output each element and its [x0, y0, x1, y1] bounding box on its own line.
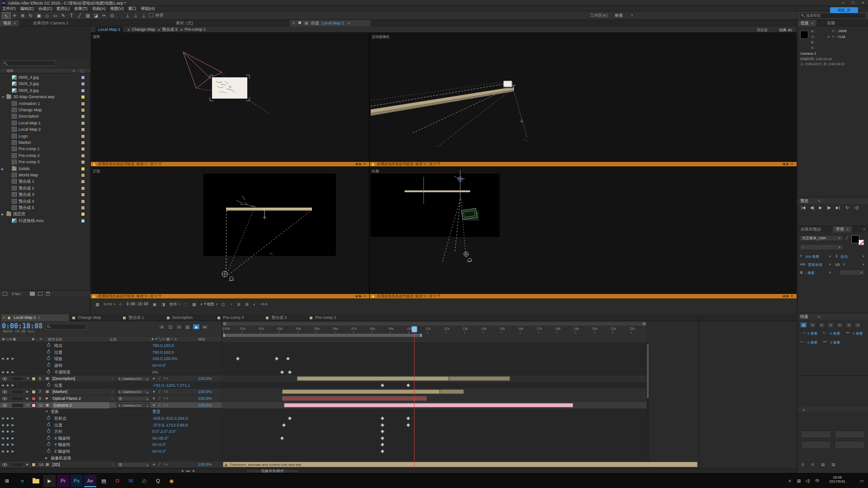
- view-front[interactable]: 正面: [91, 166, 369, 294]
- workspace-dropdown-icon[interactable]: ▼: [631, 14, 633, 17]
- reset-link[interactable]: 重置: [152, 408, 160, 415]
- menu-item[interactable]: 合成(C): [38, 6, 52, 11]
- indent-value[interactable]: 0 像素: [807, 331, 818, 336]
- comp-flowchart-icon[interactable]: ⊞: [245, 299, 249, 309]
- keyframe-diamond[interactable]: [275, 357, 278, 360]
- shy-icon[interactable]: ○: [111, 389, 113, 395]
- keyframe-navigator[interactable]: ◀ ◆ ▶: [1, 435, 15, 441]
- property-row[interactable]: ◀ ◆ ▶位置-373.9,-1713.3,99.8: [0, 422, 646, 429]
- overlay-badge[interactable]: 捕捉_传: [830, 7, 858, 13]
- project-item[interactable]: Marker: [0, 139, 90, 146]
- eye-icon[interactable]: [2, 390, 7, 393]
- axis-mode-button[interactable]: ⊥: [131, 12, 140, 19]
- menu-item[interactable]: 文件(F): [2, 6, 16, 11]
- property-value[interactable]: 100.0,100.0%: [152, 355, 178, 362]
- font-family-select[interactable]: 方正黑体_GBK▼: [800, 235, 843, 241]
- clone-stamp-tool[interactable]: ▨: [83, 12, 92, 19]
- align-button-3[interactable]: ≡: [827, 322, 834, 328]
- shy-icon[interactable]: ○: [111, 461, 113, 468]
- row-graph-area[interactable]: [222, 408, 646, 415]
- new-folder-icon[interactable]: [30, 292, 35, 296]
- column-name[interactable]: 名称: [6, 68, 14, 73]
- timeline-toggle-4[interactable]: ◉: [193, 324, 200, 330]
- tab-effects-presets[interactable]: 效果和预设: [797, 226, 824, 232]
- row-graph-area[interactable]: [222, 448, 646, 455]
- label-color-swatch[interactable]: [32, 397, 36, 401]
- project-search-input[interactable]: [2, 61, 56, 66]
- pen-tool[interactable]: ✎: [59, 12, 68, 19]
- property-row[interactable]: 锚点760.0,163.0: [0, 342, 646, 349]
- taskbar-photoshop[interactable]: Ps: [71, 475, 83, 487]
- exposure-value[interactable]: +0.0: [260, 299, 267, 309]
- align-button-5[interactable]: ≡: [845, 322, 852, 328]
- pan-behind-tool[interactable]: ◇: [42, 12, 52, 19]
- stopwatch-icon[interactable]: [47, 364, 50, 367]
- stopwatch-icon[interactable]: [47, 417, 50, 420]
- font-style-select[interactable]: -▼: [800, 244, 843, 250]
- timeline-tab[interactable]: Description: [164, 314, 214, 321]
- row-graph-area[interactable]: [222, 415, 646, 422]
- taskbar-media-player[interactable]: ▶: [43, 475, 56, 487]
- keyframe-diamond[interactable]: [288, 417, 291, 420]
- indent-value[interactable]: 0 像素: [830, 340, 840, 345]
- panel-menu-icon[interactable]: ≡: [818, 313, 820, 320]
- property-name[interactable]: 位置: [54, 422, 62, 429]
- maximize-button[interactable]: □: [848, 0, 858, 5]
- leading-value[interactable]: 自动: [840, 254, 848, 259]
- magnification-select[interactable]: 3.1%: [104, 299, 112, 309]
- toggle-switches-modes-button[interactable]: 切换开关/模式: [246, 469, 299, 473]
- stopwatch-icon[interactable]: [47, 436, 50, 440]
- layer-switches[interactable]: ♣ ╱ fx: [153, 461, 169, 468]
- row-graph-area[interactable]: [222, 355, 646, 362]
- fast-preview-icon[interactable]: ◔: [230, 299, 232, 309]
- dropdown-icon[interactable]: ▼: [862, 263, 865, 266]
- label-color-swatch[interactable]: [81, 167, 85, 171]
- panel-menu-icon[interactable]: ≡: [347, 21, 349, 25]
- row-graph-area[interactable]: [222, 369, 646, 376]
- keyframe-navigator[interactable]: ◀ ◆ ▶: [1, 382, 15, 389]
- stroke-style-select[interactable]: ▼: [840, 270, 865, 275]
- tracker-button[interactable]: [801, 441, 831, 449]
- dropdown-icon[interactable]: ▼: [829, 263, 831, 266]
- close-tab-icon[interactable]: ×: [3, 314, 5, 321]
- indent-field[interactable]: ⇥≡0 像素: [845, 331, 867, 337]
- reset-exposure-icon[interactable]: ◐: [253, 299, 255, 309]
- keyframe-diamond[interactable]: [380, 443, 384, 446]
- keyframe-diamond[interactable]: [288, 370, 291, 374]
- project-item[interactable]: Pre-comp 1: [0, 146, 90, 152]
- shy-icon[interactable]: ○: [111, 402, 113, 409]
- layer-duration-bar[interactable]: [440, 389, 464, 394]
- property-name[interactable]: 方向: [54, 428, 62, 435]
- taskbar-chrome[interactable]: ◉: [165, 475, 178, 487]
- stretch-value[interactable]: 100.0%: [198, 389, 212, 395]
- property-name[interactable]: 位置: [54, 382, 62, 389]
- tab-project[interactable]: 项目≡: [0, 20, 19, 26]
- audio-lock-cells[interactable]: [12, 397, 24, 401]
- align-checkbox[interactable]: [149, 13, 153, 17]
- tab-character[interactable]: 字符≡: [833, 226, 852, 232]
- audio-lock-cells[interactable]: [12, 377, 24, 381]
- project-item[interactable]: Pre-comp 3: [0, 159, 90, 165]
- banner-nav-icons[interactable]: ◀▶✕: [355, 294, 368, 298]
- timeline-tab[interactable]: Change Map: [70, 314, 119, 321]
- loop-icon[interactable]: ↻: [846, 205, 849, 210]
- keyframe-diamond[interactable]: [236, 357, 240, 360]
- label-color-swatch[interactable]: [81, 212, 85, 216]
- label-color-swatch[interactable]: [81, 89, 85, 93]
- stopwatch-icon[interactable]: [47, 351, 50, 354]
- tracker-button[interactable]: [801, 431, 831, 438]
- project-item[interactable]: 0505_6.jpg: [0, 87, 90, 94]
- property-name[interactable]: 缩放: [54, 355, 62, 362]
- menu-item[interactable]: 帮助(H): [141, 6, 155, 11]
- label-color-swatch[interactable]: [81, 193, 85, 197]
- project-item[interactable]: 0505_5.jpg: [0, 81, 90, 87]
- mask-visibility-icon[interactable]: ⊹: [119, 299, 123, 309]
- menu-item[interactable]: 编辑(E): [20, 6, 34, 11]
- prev-frame-button[interactable]: ◀|: [810, 205, 814, 210]
- keyframe-navigator[interactable]: ◀ ◆ ▶: [1, 441, 15, 448]
- timeline-zoom-slider[interactable]: ▲▬▲: [181, 469, 197, 473]
- timeline-search-input[interactable]: [45, 324, 86, 330]
- keyframe-navigator[interactable]: ◀ ◆ ▶: [1, 448, 15, 455]
- property-name[interactable]: X 轴旋转: [54, 435, 71, 442]
- indent-field[interactable]: ≡←0 像素: [823, 331, 844, 337]
